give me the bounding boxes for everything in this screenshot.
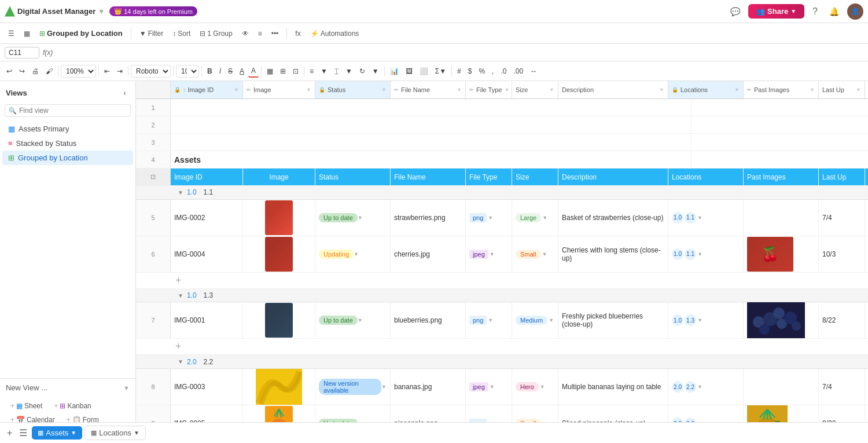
border-button[interactable]: ▦	[264, 65, 276, 77]
font-select[interactable]: Roboto	[131, 65, 171, 78]
align-left-button[interactable]: ≡	[307, 65, 317, 77]
row-6-status[interactable]: Updating ▼	[315, 236, 391, 272]
group-1-add-row[interactable]: +	[136, 273, 868, 289]
col-d-menu[interactable]: ▼	[457, 87, 462, 93]
col-h-menu[interactable]: ▼	[734, 87, 740, 93]
bold-button[interactable]: B	[204, 65, 215, 77]
premium-badge[interactable]: 👑 14 days left on Premium	[109, 6, 197, 16]
row-6-locations[interactable]: 1.0 1.1 ▼	[668, 236, 744, 272]
col-header-b[interactable]: ✏ Image ▼	[243, 81, 315, 98]
row-5-status-caret[interactable]: ▼	[358, 215, 363, 221]
col-header-c[interactable]: 🔒 Status ▼	[315, 81, 391, 98]
bottom-tab-assets[interactable]: ▦ Assets ▼	[32, 426, 82, 440]
sidebar-search[interactable]: 🔍	[5, 104, 131, 117]
strikethrough-button[interactable]: S	[225, 65, 236, 77]
rotate-dropdown-button[interactable]: ▼	[369, 65, 382, 77]
align-dropdown-button[interactable]: ▼	[318, 65, 330, 77]
undo-button[interactable]: ↩	[3, 65, 15, 77]
row-5-locations[interactable]: 1.0 1.1 ▼	[668, 200, 744, 236]
row-height-button[interactable]: ≡	[255, 28, 266, 39]
group-1-collapse-button[interactable]: ▼	[178, 189, 183, 196]
dropdown-arrow[interactable]: ▼	[98, 8, 105, 16]
col-header-h[interactable]: 🔒 Locations ▼	[668, 81, 744, 98]
bottom-tab-locations[interactable]: ▦ Locations ▼	[84, 426, 146, 440]
avatar[interactable]: 👤	[847, 3, 863, 20]
col-label-locations[interactable]: Locations	[668, 169, 744, 185]
col-header-e[interactable]: ✏ File Type ▼	[466, 81, 512, 98]
row-7-filetype[interactable]: png ▼	[466, 302, 512, 338]
col-i-menu[interactable]: ▼	[810, 87, 815, 93]
row-5-filename[interactable]: strawberries.png	[391, 200, 466, 236]
row-5-ft-caret[interactable]: ▼	[488, 215, 493, 221]
row-5-status[interactable]: Up to date ▼	[315, 200, 391, 236]
row-8-status[interactable]: New version available ▼	[315, 369, 391, 405]
col-label-status[interactable]: Status	[315, 169, 391, 185]
row-5-filetype[interactable]: png ▼	[466, 200, 512, 236]
row-6-filetype[interactable]: jpeg ▼	[466, 236, 512, 272]
col-label-filename[interactable]: File Name	[391, 169, 466, 185]
row-7-size-caret[interactable]: ▼	[549, 317, 554, 323]
row-7-filename[interactable]: blueberries.png	[391, 302, 466, 338]
col-header-f[interactable]: Size ▼	[512, 81, 558, 98]
group-2-collapse-button[interactable]: ▼	[178, 292, 183, 299]
row-7-loc-caret[interactable]: ▼	[697, 317, 703, 323]
row-8-loc-caret[interactable]: ▼	[697, 384, 703, 390]
col-header-d[interactable]: ✏ File Name ▼	[391, 81, 466, 98]
dec-dec-button[interactable]: .00	[510, 65, 526, 77]
col-label-size[interactable]: Size	[512, 169, 558, 185]
col-header-i[interactable]: ✏ Past Images ▼	[744, 81, 819, 98]
italic-button[interactable]: I	[216, 65, 224, 77]
col-label-filetype[interactable]: File Type	[466, 169, 512, 185]
row-5-image-id[interactable]: IMG-0002	[171, 200, 243, 236]
row-8-ft-caret[interactable]: ▼	[490, 384, 495, 390]
row-5-loc-caret[interactable]: ▼	[697, 215, 703, 221]
col-j-menu[interactable]: ▼	[856, 87, 861, 93]
automations-button[interactable]: ⚡ Automations	[307, 28, 363, 39]
col-a-menu[interactable]: ▼	[234, 87, 239, 93]
indent-dec-button[interactable]: ⇤	[101, 65, 113, 77]
sidebar-item-grouped[interactable]: ⊞ Grouped by Location	[2, 151, 133, 165]
col-g-menu[interactable]: ▼	[659, 87, 664, 93]
row-8-size-caret[interactable]: ▼	[540, 384, 545, 390]
row-6-size-caret[interactable]: ▼	[542, 251, 547, 257]
number-format-button[interactable]: #	[454, 65, 464, 77]
row-8-filetype[interactable]: jpeg ▼	[466, 369, 512, 405]
row-7-description[interactable]: Freshly picked blueberries (close-up)	[558, 302, 668, 338]
formula-button[interactable]: fx	[292, 28, 304, 39]
help-button[interactable]: ?	[809, 4, 821, 19]
spreadsheet-area[interactable]: 🔒 ↕ Image ID ▼ ✏ Image ▼ 🔒 Status ▼ ✏	[136, 81, 868, 442]
col-label-last-up[interactable]: Last Up	[819, 169, 865, 185]
cell-ref-input[interactable]	[5, 47, 39, 58]
more-options-button[interactable]: •••	[268, 28, 282, 39]
row-8-filename[interactable]: bananas.jpg	[391, 369, 466, 405]
col-f-menu[interactable]: ▼	[549, 87, 554, 93]
row-6-image-id[interactable]: IMG-0004	[171, 236, 243, 272]
col-c-menu[interactable]: ▼	[381, 87, 387, 93]
zoom-select[interactable]: 100%	[61, 65, 96, 78]
col-b-menu[interactable]: ▼	[306, 87, 311, 93]
font-size-select[interactable]: 10	[176, 65, 199, 78]
row-6-loc-caret[interactable]: ▼	[697, 251, 703, 257]
valign-button[interactable]: ⌶	[332, 65, 341, 77]
chart-button[interactable]: 📊	[387, 65, 402, 77]
row-6-size[interactable]: Small ▼	[512, 236, 558, 272]
row-5-description[interactable]: Basket of strawberries (close-up)	[558, 200, 668, 236]
col-header-g[interactable]: Description ▼	[558, 81, 668, 98]
group-2-add-row[interactable]: +	[136, 339, 868, 355]
dec-inc-button[interactable]: .0	[498, 65, 509, 77]
valign-dropdown-button[interactable]: ▼	[343, 65, 355, 77]
row-6-status-caret[interactable]: ▼	[354, 251, 359, 257]
add-kanban-button[interactable]: + ⊞ Kanban	[49, 400, 95, 412]
select-all-icon[interactable]: ⊡	[150, 173, 156, 181]
formula-button2[interactable]: Σ▼	[432, 65, 449, 77]
row-5-size-caret[interactable]: ▼	[542, 215, 547, 221]
rotate-button[interactable]: ↻	[356, 65, 368, 77]
hamburger-button[interactable]: ☰	[5, 28, 18, 39]
row-7-image-id[interactable]: IMG-0001	[171, 302, 243, 338]
indent-inc-button[interactable]: ⇥	[114, 65, 126, 77]
row-6-description[interactable]: Cherries with long stems (close-up)	[558, 236, 668, 272]
sort-button[interactable]: ↕ Sort	[169, 28, 194, 39]
image-button[interactable]: 🖼	[403, 65, 415, 77]
col-e-menu[interactable]: ▼	[504, 87, 509, 93]
filter-button[interactable]: ▼ Filter	[136, 28, 167, 39]
